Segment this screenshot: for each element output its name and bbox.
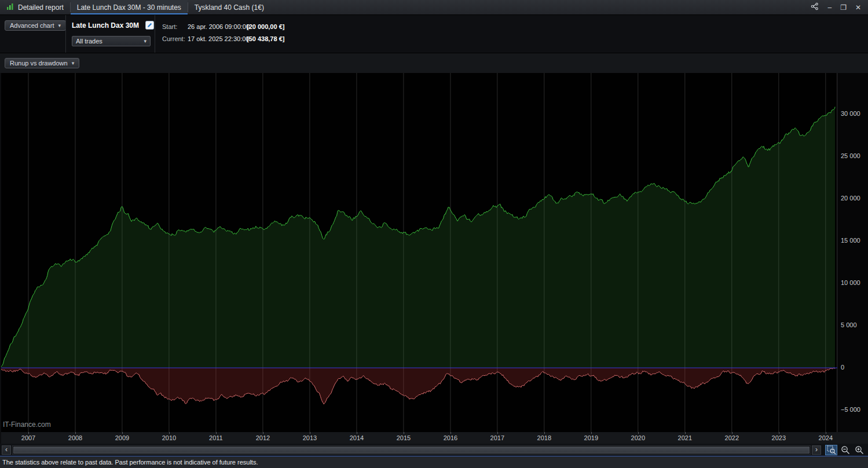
- strategy-name: Late Lunch Dax 30M: [72, 21, 139, 30]
- zoom-out-icon: [841, 445, 850, 455]
- tab-detailed-report[interactable]: Detailed report: [0, 0, 70, 14]
- view-selector-value: Runup vs drawdown: [10, 60, 68, 67]
- y-axis-label: 10 000: [841, 279, 860, 286]
- y-axis-label: −5 000: [841, 406, 860, 413]
- x-axis-tick: [451, 432, 451, 434]
- toolbar-divider: [65, 15, 66, 53]
- start-value: [20 000,00 €]: [247, 23, 284, 30]
- advanced-chart-label: Advanced chart: [10, 22, 54, 29]
- x-axis-tick: [638, 432, 639, 434]
- zoom-controls: [825, 445, 865, 455]
- zoom-selection-button[interactable]: [825, 445, 837, 455]
- y-axis-label: 5 000: [841, 321, 857, 328]
- zoom-out-button[interactable]: [839, 445, 851, 455]
- x-axis-label: 2010: [162, 434, 176, 441]
- x-axis-label: 2018: [537, 434, 551, 441]
- view-selector-dropdown[interactable]: Runup vs drawdown ▾: [5, 58, 79, 68]
- x-axis-label: 2011: [209, 434, 223, 441]
- share-icon[interactable]: [811, 2, 819, 13]
- x-axis: 2007200820092010201120122013201420152016…: [1, 432, 868, 444]
- x-axis-label: 2021: [678, 434, 692, 441]
- x-axis-label: 2023: [772, 434, 786, 441]
- toolbar: Advanced chart ▾ Late Lunch Dax 30M All …: [0, 15, 868, 53]
- tab-strategy[interactable]: Late Lunch Dax 30M - 30 minutes: [71, 0, 188, 14]
- application-window: Detailed report Late Lunch Dax 30M - 30 …: [0, 0, 868, 468]
- scroll-right-button[interactable]: ›: [812, 445, 821, 455]
- x-axis-label: 2017: [490, 434, 504, 441]
- current-row: Current: 17 okt. 2025 22:30:00 [50 438,7…: [162, 35, 284, 42]
- x-axis-tick: [779, 432, 779, 434]
- y-axis-label: 30 000: [841, 110, 860, 117]
- x-axis-tick: [263, 432, 263, 434]
- start-label: Start:: [162, 23, 188, 30]
- chevron-down-icon: ▾: [58, 23, 61, 28]
- x-axis-label: 2007: [21, 434, 35, 441]
- x-axis-tick: [685, 432, 686, 434]
- x-axis-tick: [28, 432, 29, 434]
- start-current-panel: Start: 26 apr. 2006 09:00:00 [20 000,00 …: [162, 23, 284, 47]
- edit-icon[interactable]: [145, 21, 154, 32]
- current-datetime: 17 okt. 2025 22:30:00: [188, 35, 244, 42]
- maximize-icon[interactable]: ❐: [840, 4, 847, 11]
- x-axis-tick: [826, 432, 826, 434]
- close-icon[interactable]: ✕: [855, 4, 861, 11]
- trades-filter-value: All trades: [76, 38, 102, 45]
- tab-instrument[interactable]: Tyskland 40 Cash (1€): [188, 0, 270, 14]
- x-axis-tick: [75, 432, 76, 434]
- x-axis-tick: [122, 432, 123, 434]
- scrollbar-thumb[interactable]: [13, 447, 810, 454]
- x-axis-label: 2012: [256, 434, 270, 441]
- tab-label: Late Lunch Dax 30M - 30 minutes: [77, 3, 181, 12]
- current-value: [50 438,78 €]: [247, 35, 284, 42]
- titlebar: Detailed report Late Lunch Dax 30M - 30 …: [0, 0, 868, 15]
- x-axis-label: 2013: [303, 434, 317, 441]
- x-axis-tick: [310, 432, 310, 434]
- advanced-chart-dropdown[interactable]: Advanced chart ▾: [5, 20, 66, 31]
- tab-label: Tyskland 40 Cash (1€): [195, 3, 264, 12]
- x-axis-label: 2019: [584, 434, 598, 441]
- strategy-panel: Late Lunch Dax 30M All trades ▾: [72, 20, 154, 46]
- x-axis-tick: [732, 432, 733, 434]
- x-axis-label: 2022: [725, 434, 739, 441]
- runup-drawdown-chart[interactable]: IT-Finance.com: [1, 73, 837, 432]
- zoom-in-icon: [855, 445, 864, 455]
- trades-filter-select[interactable]: All trades ▾: [72, 36, 151, 46]
- x-axis-tick: [497, 432, 498, 434]
- zoom-in-button[interactable]: [853, 445, 865, 455]
- y-axis-label: 15 000: [841, 237, 860, 244]
- x-axis-label: 2015: [397, 434, 411, 441]
- x-axis-label: 2016: [444, 434, 457, 441]
- x-axis-tick: [591, 432, 592, 434]
- x-axis-tick: [544, 432, 545, 434]
- start-datetime: 26 apr. 2006 09:00:00: [188, 23, 244, 30]
- scrollbar-track[interactable]: [12, 445, 811, 455]
- x-axis-tick: [404, 432, 404, 434]
- y-axis: 30 00025 00020 00015 00010 0005 0000−5 0…: [838, 73, 868, 432]
- report-chart-icon: [6, 3, 14, 12]
- x-axis-label: 2024: [819, 434, 833, 441]
- scroll-left-button[interactable]: ‹: [2, 445, 11, 455]
- tab-label: Detailed report: [18, 3, 64, 12]
- start-row: Start: 26 apr. 2006 09:00:00 [20 000,00 …: [162, 23, 284, 30]
- zoom-selection-icon: [827, 445, 836, 455]
- x-axis-tick: [357, 432, 357, 434]
- y-axis-label: 0: [841, 364, 844, 371]
- x-axis-label: 2020: [631, 434, 645, 441]
- y-axis-label: 25 000: [841, 152, 860, 159]
- chevron-down-icon: ▾: [72, 60, 75, 66]
- chart-canvas[interactable]: [1, 73, 837, 432]
- chevron-down-icon: ▾: [144, 38, 147, 44]
- x-axis-tick: [216, 432, 217, 434]
- current-label: Current:: [162, 35, 188, 42]
- x-axis-tick: [169, 432, 170, 434]
- scrollbar-row: ‹ ›: [0, 444, 868, 456]
- view-bar: Runup vs drawdown ▾: [0, 53, 868, 73]
- minimize-icon[interactable]: –: [827, 4, 832, 11]
- disclaimer-text: The statistics above relate to past data…: [2, 459, 258, 466]
- x-axis-label: 2008: [68, 434, 82, 441]
- y-axis-label: 20 000: [841, 195, 860, 202]
- x-axis-label: 2009: [115, 434, 129, 441]
- watermark: IT-Finance.com: [3, 421, 51, 429]
- statusbar: The statistics above relate to past data…: [0, 456, 868, 468]
- x-axis-label: 2014: [350, 434, 364, 441]
